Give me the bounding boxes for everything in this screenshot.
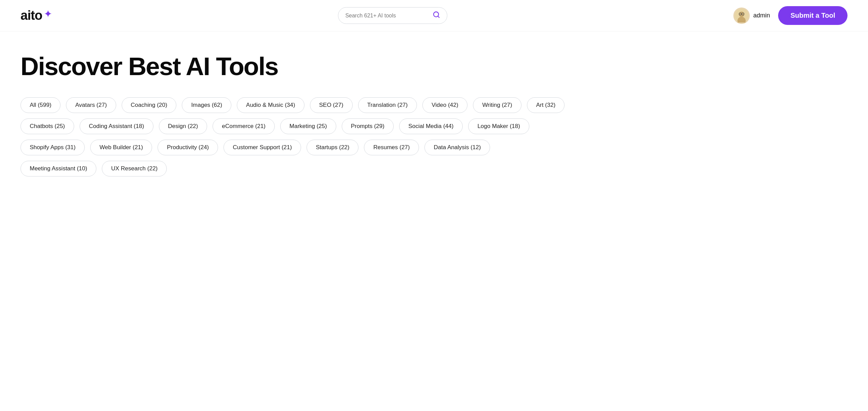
category-tag[interactable]: Customer Support (21) [223,140,301,155]
category-tag[interactable]: Marketing (25) [280,118,336,134]
category-tag[interactable]: Translation (27) [358,97,417,113]
category-tag[interactable]: Meeting Assistant (10) [21,161,96,176]
category-tag[interactable]: Web Builder (21) [90,140,152,155]
category-tag[interactable]: Resumes (27) [364,140,419,155]
svg-line-9 [744,14,744,14]
category-tag[interactable]: Coaching (20) [122,97,177,113]
user-area[interactable]: admin [733,8,770,24]
logo-text: aito [21,8,42,23]
search-icon[interactable] [433,11,440,20]
category-tag[interactable]: Prompts (29) [342,118,394,134]
category-tag[interactable]: Video (42) [422,97,467,113]
category-tag[interactable]: Audio & Music (34) [237,97,304,113]
category-tag[interactable]: Data Analysis (12) [424,140,490,155]
categories-container: All (599)Avatars (27)Coaching (20)Images… [21,97,567,176]
category-tag[interactable]: Productivity (24) [158,140,218,155]
category-tag[interactable]: UX Research (22) [102,161,167,176]
logo-star-icon: ✦ [44,8,52,20]
page-title: Discover Best AI Tools [21,52,847,81]
category-tag[interactable]: SEO (27) [310,97,353,113]
category-tag[interactable]: Images (62) [182,97,231,113]
category-tag[interactable]: Art (32) [527,97,565,113]
header: aito ✦ [0,0,868,31]
username-label: admin [753,12,770,19]
svg-point-3 [739,12,744,17]
category-tag[interactable]: Design (22) [159,118,207,134]
category-tag[interactable]: Social Media (44) [399,118,463,134]
category-tag[interactable]: Avatars (27) [66,97,116,113]
category-tag[interactable]: Shopify Apps (31) [21,140,85,155]
search-bar[interactable] [338,7,447,24]
category-tag[interactable]: Writing (27) [473,97,521,113]
search-input[interactable] [345,13,429,19]
svg-line-1 [438,16,439,17]
svg-line-8 [739,14,740,14]
header-right: admin Submit a Tool [733,6,847,25]
category-tag[interactable]: Logo Maker (18) [468,118,529,134]
category-tag[interactable]: eCommerce (21) [213,118,275,134]
category-tag[interactable]: All (599) [21,97,60,113]
category-tag[interactable]: Coding Assistant (18) [80,118,153,134]
category-tag[interactable]: Chatbots (25) [21,118,74,134]
main-content: Discover Best AI Tools All (599)Avatars … [0,31,868,190]
category-tag[interactable]: Startups (22) [307,140,358,155]
submit-tool-button[interactable]: Submit a Tool [778,6,847,25]
logo[interactable]: aito ✦ [21,8,52,23]
avatar [733,8,750,24]
